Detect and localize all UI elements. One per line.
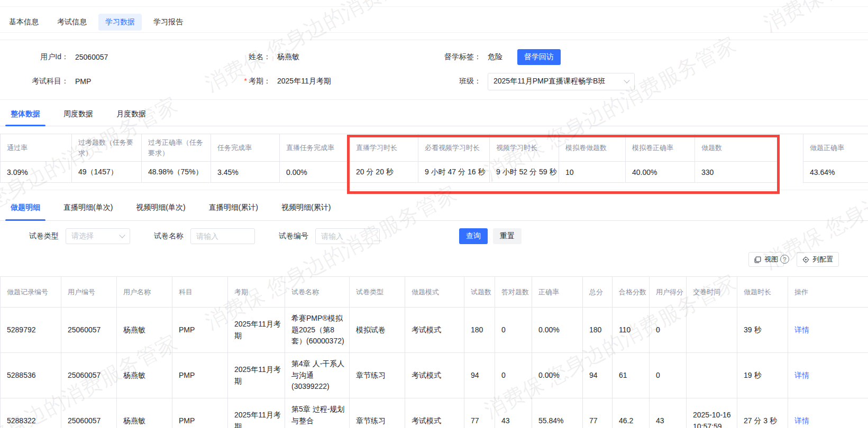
- chevron-down-icon: [624, 77, 629, 83]
- paper-type-placeholder: 请选择: [71, 231, 94, 241]
- stats-col-header: 过考题数（任务要求）: [72, 134, 142, 162]
- records-cell: 杨燕敏: [117, 398, 172, 428]
- stats-section: 通过率过考题数（任务要求）过考正确率（任务要求）任务完成率直播任务完成率直播学习…: [0, 134, 868, 183]
- detail-link[interactable]: 详情: [794, 416, 809, 425]
- stats-col-value: 20 分 20 秒: [350, 162, 418, 183]
- stats-col-value: 330: [695, 162, 779, 183]
- paper-code-filter: 试卷编号: [279, 228, 380, 244]
- tab-live-detail-total[interactable]: 直播明细(累计): [204, 190, 263, 220]
- table-toolbar: 视图 ? 列配置: [0, 252, 868, 267]
- user-id-value: 25060057: [75, 53, 108, 61]
- tab-video-detail-single[interactable]: 视频明细(单次): [131, 190, 190, 220]
- records-table: 做题记录编号用户编号用户名称科目考期试卷名称试卷类型做题模式试题数答对题数正确率…: [0, 276, 868, 428]
- stats-col-value: 9 小时 47 分 16 秒: [418, 162, 490, 183]
- table-row: 528979225060057杨燕敏PMP2025年11月考期希赛PMP®模拟题…: [1, 308, 868, 353]
- class-select[interactable]: 2025年11月PMP直播课程畅学B班: [488, 73, 635, 90]
- reset-button[interactable]: 重置: [493, 228, 522, 244]
- records-cell: 第5章 过程-规划与整合 (30399227): [285, 398, 350, 428]
- paper-name-label: 试卷名称: [154, 231, 184, 241]
- stats-col-header: 过考正确率（任务要求）: [142, 134, 211, 162]
- column-config-button[interactable]: 列配置: [797, 252, 839, 267]
- stats-spacer-cell: [779, 134, 803, 162]
- supervise-visit-button[interactable]: 督学回访: [517, 49, 561, 65]
- records-cell: 43: [495, 398, 532, 428]
- stats-col-value: 49（1457）: [72, 162, 142, 183]
- stats-col-header: 通过率: [1, 134, 72, 162]
- paper-name-input[interactable]: [190, 228, 255, 244]
- tab-live-detail-single[interactable]: 直播明细(单次): [58, 190, 118, 220]
- records-col-header: 正确率: [532, 277, 583, 308]
- records-col-header: 考期: [228, 277, 285, 308]
- records-cell: 0.00%: [532, 353, 583, 398]
- records-cell: 考试模式: [405, 353, 464, 398]
- view-button[interactable]: 视图: [748, 252, 784, 267]
- records-cell: 77: [583, 398, 613, 428]
- period-label-text: 考期：: [249, 77, 271, 85]
- stats-col-value: 3.09%: [1, 162, 72, 183]
- records-cell: 2025年11月考期: [228, 308, 285, 353]
- records-cell: [687, 353, 737, 398]
- paper-code-input[interactable]: [315, 228, 380, 244]
- nav-tab-study-data[interactable]: 学习数据: [98, 14, 142, 31]
- stats-spacer-cell: [779, 162, 803, 183]
- records-cell: 46.2: [613, 398, 650, 428]
- tab-overall-data[interactable]: 整体数据: [5, 100, 45, 126]
- records-cell: 0.00%: [532, 308, 583, 353]
- paper-type-select[interactable]: 请选择: [66, 228, 130, 244]
- settings-icon: [802, 256, 809, 263]
- tab-monthly-data[interactable]: 月度数据: [111, 100, 151, 126]
- filter-bar: 试卷类型 请选择 试卷名称 试卷编号 查询 重置: [0, 228, 868, 244]
- records-cell: PMP: [172, 308, 228, 353]
- stats-value-row: 3.09%49（1457）48.98%（75%）3.45%0.00%20 分 2…: [1, 162, 868, 183]
- subject-value: PMP: [75, 77, 91, 86]
- top-nav: 基本信息考试信息学习数据学习报告: [0, 0, 868, 33]
- nav-tab-basic-info[interactable]: 基本信息: [2, 14, 45, 31]
- records-cell: 180: [583, 308, 613, 353]
- records-cell: 19 秒: [737, 353, 788, 398]
- name-label: 姓名：: [233, 52, 271, 62]
- records-cell: 考试模式: [405, 398, 464, 428]
- stats-col-header: 直播学习时长: [350, 134, 418, 162]
- records-cell: 25060057: [61, 308, 117, 353]
- tab-video-detail-total[interactable]: 视频明细(累计): [276, 190, 336, 220]
- stats-col-value: 3.45%: [211, 162, 280, 183]
- records-cell: PMP: [172, 353, 228, 398]
- records-cell: 27 分 3 秒: [737, 398, 788, 428]
- nav-tab-study-report[interactable]: 学习报告: [147, 14, 190, 31]
- user-info-row-1: 用户Id： 25060057 姓名： 杨燕敏 督学标签： 危险 督学回访: [0, 49, 868, 66]
- records-cell: 0: [650, 353, 687, 398]
- period-value: 2025年11月考期: [277, 77, 331, 86]
- records-col-header: 交卷时间: [687, 277, 737, 308]
- nav-tab-exam-info[interactable]: 考试信息: [50, 14, 94, 31]
- stats-col-header: 直播任务完成率: [280, 134, 350, 162]
- records-cell: 杨燕敏: [117, 353, 172, 398]
- stats-header-row: 通过率过考题数（任务要求）过考正确率（任务要求）任务完成率直播任务完成率直播学习…: [1, 134, 868, 162]
- records-cell: [687, 308, 737, 353]
- records-cell: 2025年11月考期: [228, 353, 285, 398]
- records-col-header: 用户名称: [117, 277, 172, 308]
- search-button[interactable]: 查询: [459, 228, 488, 244]
- help-icon[interactable]: ?: [780, 255, 789, 264]
- records-cell: 2025-10-16 10:57:59: [687, 398, 737, 428]
- name-field: 姓名： 杨燕敏: [233, 52, 440, 62]
- records-cell: 39 秒: [737, 308, 788, 353]
- records-col-header: 合格分数: [613, 277, 650, 308]
- stats-col-header: 模拟卷正确率: [626, 134, 695, 162]
- stats-table: 通过率过考题数（任务要求）过考正确率（任务要求）任务完成率直播任务完成率直播学习…: [0, 134, 868, 183]
- stats-col-value: 43.64%: [803, 162, 868, 183]
- class-select-value: 2025年11月PMP直播课程畅学B班: [494, 77, 605, 86]
- records-cell: 25060057: [61, 353, 117, 398]
- tab-question-detail[interactable]: 做题明细: [5, 190, 45, 220]
- supervise-tag-field: 督学标签： 危险 督学回访: [440, 49, 868, 65]
- records-cell: 77: [464, 398, 495, 428]
- chevron-down-icon: [119, 232, 125, 238]
- tab-weekly-data[interactable]: 周度数据: [58, 100, 98, 126]
- records-action-cell: 详情: [788, 398, 868, 428]
- detail-link[interactable]: 详情: [794, 325, 809, 334]
- supervise-tag-value: 危险: [488, 52, 502, 62]
- detail-link[interactable]: 详情: [794, 371, 809, 379]
- records-cell: 43: [650, 398, 687, 428]
- records-cell: 180: [464, 308, 495, 353]
- table-row: 528832225060057杨燕敏PMP2025年11月考期第5章 过程-规划…: [1, 398, 868, 428]
- records-col-header: 科目: [172, 277, 228, 308]
